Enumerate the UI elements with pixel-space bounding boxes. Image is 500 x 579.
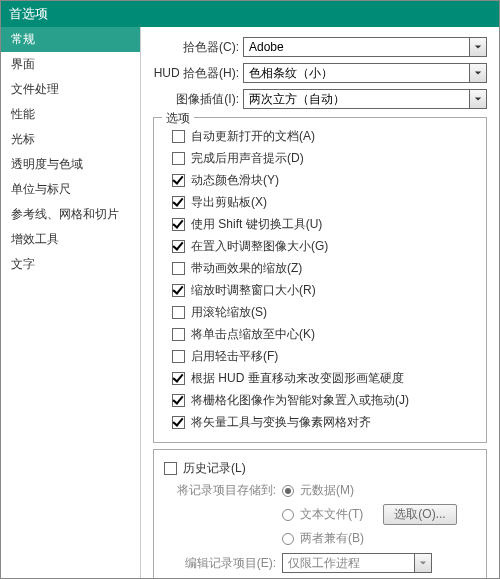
option-label: 缩放时调整窗口大小(R) <box>191 282 316 299</box>
sidebar-item[interactable]: 透明度与色域 <box>1 152 140 177</box>
option-label: 将单击点缩放至中心(K) <box>191 326 315 343</box>
hud-picker-label: HUD 拾色器(H): <box>153 65 243 82</box>
options-legend: 选项 <box>162 110 194 127</box>
sidebar-item[interactable]: 参考线、网格和切片 <box>1 202 140 227</box>
sidebar-item[interactable]: 性能 <box>1 102 140 127</box>
dropdown-icon[interactable] <box>469 89 487 109</box>
option-label: 使用 Shift 键切换工具(U) <box>191 216 322 233</box>
choose-button[interactable]: 选取(O)... <box>383 504 456 525</box>
color-picker-label: 拾色器(C): <box>153 39 243 56</box>
sidebar-item[interactable]: 增效工具 <box>1 227 140 252</box>
sidebar-item[interactable]: 界面 <box>1 52 140 77</box>
option-label: 带动画效果的缩放(Z) <box>191 260 302 277</box>
dropdown-icon[interactable] <box>414 553 432 573</box>
color-picker-select[interactable]: Adobe <box>243 37 487 57</box>
save-to-radio[interactable] <box>282 533 294 545</box>
hud-picker-value: 色相条纹（小） <box>243 63 469 83</box>
option-checkbox[interactable] <box>172 240 185 253</box>
edit-items-label: 编辑记录项目(E): <box>172 555 282 572</box>
radio-label: 元数据(M) <box>300 482 354 499</box>
save-to-label: 将记录项目存储到: <box>172 482 282 499</box>
option-label: 根据 HUD 垂直移动来改变圆形画笔硬度 <box>191 370 404 387</box>
dropdown-icon[interactable] <box>469 63 487 83</box>
sidebar-item[interactable]: 文件处理 <box>1 77 140 102</box>
options-fieldset: 选项 自动更新打开的文档(A)完成后用声音提示(D)动态颜色滑块(Y)导出剪贴板… <box>153 117 487 443</box>
radio-label: 两者兼有(B) <box>300 530 364 547</box>
main-panel: 拾色器(C): Adobe HUD 拾色器(H): 色相条纹（小） 图像插值(I… <box>141 27 499 579</box>
option-checkbox[interactable] <box>172 152 185 165</box>
image-interp-label: 图像插值(I): <box>153 91 243 108</box>
option-label: 将栅格化图像作为智能对象置入或拖动(J) <box>191 392 409 409</box>
history-fieldset: 历史记录(L) 将记录项目存储到: 元数据(M)文本文件(T)选取(O)...两… <box>153 449 487 579</box>
option-checkbox[interactable] <box>172 174 185 187</box>
option-checkbox[interactable] <box>172 218 185 231</box>
option-checkbox[interactable] <box>172 130 185 143</box>
image-interp-value: 两次立方（自动） <box>243 89 469 109</box>
option-checkbox[interactable] <box>172 328 185 341</box>
save-to-radio[interactable] <box>282 485 294 497</box>
edit-items-value: 仅限工作进程 <box>282 553 414 573</box>
option-checkbox[interactable] <box>172 372 185 385</box>
option-checkbox[interactable] <box>172 306 185 319</box>
save-to-radio[interactable] <box>282 509 294 521</box>
color-picker-value: Adobe <box>243 37 469 57</box>
option-label: 启用轻击平移(F) <box>191 348 278 365</box>
option-checkbox[interactable] <box>172 284 185 297</box>
option-label: 完成后用声音提示(D) <box>191 150 304 167</box>
history-log-checkbox[interactable] <box>164 462 177 475</box>
dropdown-icon[interactable] <box>469 37 487 57</box>
option-checkbox[interactable] <box>172 416 185 429</box>
option-checkbox[interactable] <box>172 262 185 275</box>
sidebar-item[interactable]: 文字 <box>1 252 140 277</box>
option-checkbox[interactable] <box>172 196 185 209</box>
radio-label: 文本文件(T) <box>300 506 363 523</box>
option-label: 用滚轮缩放(S) <box>191 304 267 321</box>
category-sidebar: 常规界面文件处理性能光标透明度与色域单位与标尺参考线、网格和切片增效工具文字 <box>1 27 141 579</box>
option-label: 自动更新打开的文档(A) <box>191 128 315 145</box>
edit-items-select[interactable]: 仅限工作进程 <box>282 553 432 573</box>
history-log-label: 历史记录(L) <box>183 460 246 477</box>
image-interp-select[interactable]: 两次立方（自动） <box>243 89 487 109</box>
option-checkbox[interactable] <box>172 394 185 407</box>
content-area: 常规界面文件处理性能光标透明度与色域单位与标尺参考线、网格和切片增效工具文字 拾… <box>1 27 499 579</box>
option-label: 将矢量工具与变换与像素网格对齐 <box>191 414 371 431</box>
sidebar-item[interactable]: 光标 <box>1 127 140 152</box>
option-label: 导出剪贴板(X) <box>191 194 267 211</box>
sidebar-item[interactable]: 常规 <box>1 27 140 52</box>
hud-picker-select[interactable]: 色相条纹（小） <box>243 63 487 83</box>
option-label: 在置入时调整图像大小(G) <box>191 238 328 255</box>
sidebar-item[interactable]: 单位与标尺 <box>1 177 140 202</box>
option-label: 动态颜色滑块(Y) <box>191 172 279 189</box>
option-checkbox[interactable] <box>172 350 185 363</box>
window-title: 首选项 <box>1 1 499 27</box>
